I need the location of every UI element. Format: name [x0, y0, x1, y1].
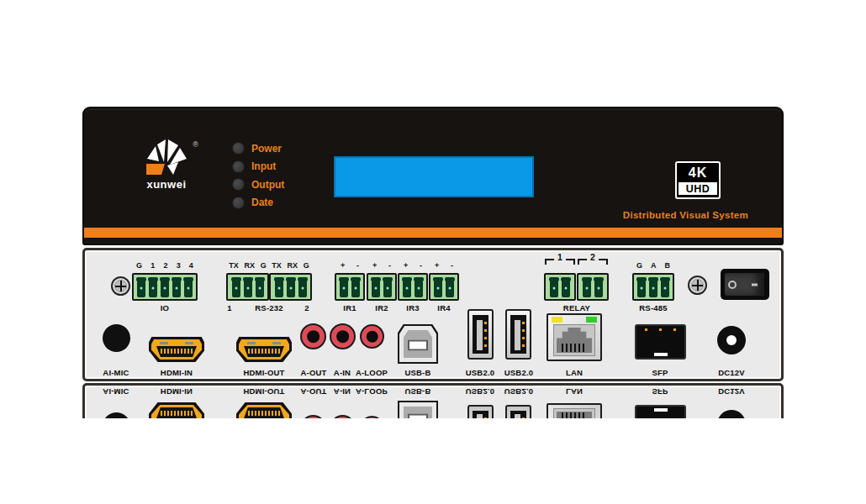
rear-panel: G1234 IO TXRXG TXRXG 1 RS-232 2 +- +- +-…	[82, 248, 784, 381]
relay-terminal-block-2	[577, 273, 609, 301]
brand-name: xunwei	[143, 178, 190, 191]
hdmi-out-port	[236, 337, 292, 362]
rs485-terminal-block	[632, 273, 674, 301]
ir1-terminal-block	[335, 273, 365, 301]
led-input: Input	[232, 158, 284, 176]
rs232-terminal-block-1	[226, 273, 269, 301]
hdmi-in-port	[149, 402, 204, 418]
dc12v-jack	[717, 410, 746, 418]
panel-reflection: G1234 IO TXRXG TXRXG 1 RS-232 2 +- +- +-…	[82, 383, 784, 418]
hdmi-in-label: HDMI-IN	[143, 368, 210, 377]
rs232-terminal-block-2	[269, 273, 312, 301]
sfp-label: SFP	[626, 368, 694, 377]
screw-icon	[111, 276, 130, 296]
power-led-label: Power	[251, 143, 282, 155]
relay-terminal-block-1	[544, 273, 576, 301]
a-out-jack	[300, 323, 326, 349]
brand-logo: ® xunwei	[143, 139, 192, 191]
badge-4k-text: 4K	[677, 163, 719, 182]
a-in-jack	[330, 323, 356, 349]
ir1-pin-labels: +-	[335, 261, 365, 270]
4k-uhd-badge: 4K UHD	[675, 161, 721, 199]
a-loop-jack	[360, 324, 384, 349]
sfp-label: SFP	[626, 387, 694, 396]
registered-mark: ®	[193, 140, 198, 149]
input-led-icon	[232, 160, 245, 173]
ir4-pin-labels: +-	[429, 261, 459, 270]
relay-bracket-2: 2	[577, 255, 609, 264]
a-loop-jack	[360, 416, 384, 418]
lcd-display	[334, 156, 534, 197]
accent-stripe	[84, 228, 782, 238]
usb-b-label: USB-B	[384, 368, 451, 377]
led-date: Date	[232, 194, 284, 213]
dc12v-label: DC12V	[698, 387, 765, 396]
ir4-terminal-block	[429, 273, 459, 301]
ai-mic-label: AI-MIC	[82, 387, 150, 396]
output-led-label: Output	[251, 179, 284, 191]
lan-port	[547, 313, 602, 361]
usb2-port-2	[505, 405, 531, 418]
ir2-terminal-block	[367, 273, 397, 301]
hdmi-in-label: HDMI-IN	[143, 387, 210, 396]
hdmi-in-port	[149, 337, 204, 362]
rs232-label: RS-232	[235, 303, 303, 312]
usb-b-label: USB-B	[384, 387, 451, 396]
ai-mic-jack	[103, 412, 130, 418]
ai-mic-label: AI-MIC	[82, 368, 150, 377]
sfp-port	[635, 324, 686, 360]
usb2-port-2	[505, 309, 531, 360]
dc12v-label: DC12V	[698, 368, 765, 377]
switch-off-icon	[728, 281, 737, 289]
sfp-port	[635, 405, 686, 418]
date-led-label: Date	[251, 197, 273, 208]
usb2-port-1	[467, 309, 494, 360]
front-panel: ® xunwei Power Input Output Date 4K	[82, 107, 784, 245]
a-out-jack	[300, 415, 326, 418]
output-led-icon	[232, 178, 245, 191]
power-led-icon	[232, 142, 245, 155]
a-in-jack	[330, 415, 356, 418]
date-led-icon	[232, 197, 245, 209]
switch-on-icon	[752, 283, 758, 286]
fan-logo-icon	[143, 139, 190, 176]
ir3-pin-labels: +-	[398, 261, 428, 270]
tagline: Distributed Visual System	[623, 210, 748, 220]
led-output: Output	[232, 176, 284, 194]
ir2-pin-labels: +-	[367, 261, 397, 270]
ai-mic-jack	[103, 324, 130, 352]
screw-icon	[688, 276, 707, 295]
usb2-port-1	[467, 405, 494, 418]
io-label: IO	[131, 303, 198, 312]
badge-uhd-text: UHD	[679, 182, 717, 195]
relay-label: RELAY	[543, 303, 610, 312]
usb-b-port	[398, 324, 438, 364]
power-switch	[721, 269, 769, 300]
rs485-pin-labels: GAB	[632, 261, 674, 270]
io-pin-labels: G1234	[132, 261, 198, 270]
usb-b-port	[398, 401, 438, 418]
lan-port	[547, 403, 602, 418]
rs232-pin-labels-2: TXRXG	[269, 261, 312, 270]
input-led-label: Input	[251, 160, 276, 172]
lan-yellow-led	[552, 317, 562, 323]
ir3-terminal-block	[398, 273, 428, 301]
rs485-label: RS-485	[620, 303, 687, 312]
lan-label: LAN	[541, 387, 608, 396]
rs232-num2-label: 2	[298, 303, 315, 312]
rs232-pin-labels-1: TXRXG	[226, 261, 269, 270]
rear-panel-mirror: G1234 IO TXRXG TXRXG 1 RS-232 2 +- +- +-…	[82, 383, 784, 418]
status-led-list: Power Input Output Date	[232, 139, 284, 212]
lan-label: LAN	[541, 368, 608, 377]
dc12v-jack	[717, 326, 746, 354]
device-illustration: ® xunwei Power Input Output Date 4K	[0, 0, 866, 504]
io-terminal-block	[132, 273, 198, 301]
led-power: Power	[232, 139, 284, 158]
lan-green-led	[586, 317, 597, 323]
hdmi-out-port	[236, 402, 292, 418]
relay-bracket-1: 1	[544, 255, 576, 264]
